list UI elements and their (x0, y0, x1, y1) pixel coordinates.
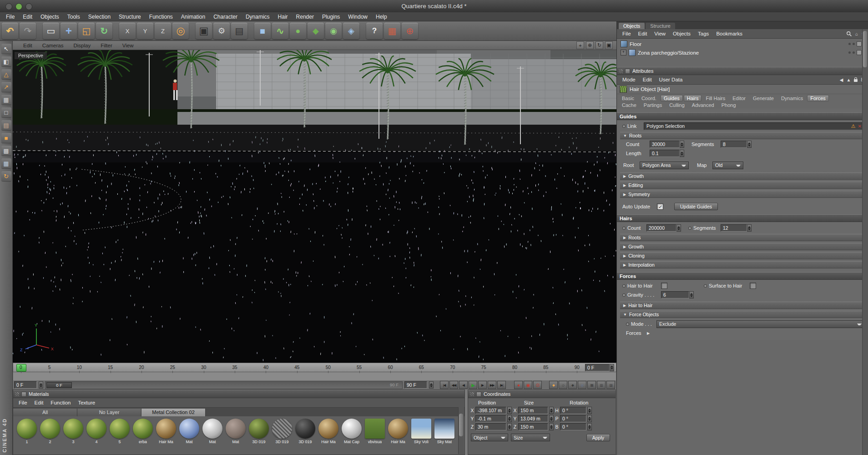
add-generator-icon[interactable]: ● (290, 23, 306, 39)
attribute-tab[interactable]: Phong (718, 102, 739, 108)
material-item[interactable]: 3D 019 (248, 419, 270, 455)
guide-map-dropdown[interactable]: Old (712, 162, 743, 169)
object-manager-menu-item[interactable]: Tags (694, 31, 712, 36)
viewport-menu-item[interactable]: Display (68, 43, 96, 48)
size-stepper[interactable] (549, 423, 554, 430)
rotation-field[interactable]: 0 ° (560, 415, 586, 422)
gravity-field[interactable]: 6 (661, 291, 689, 298)
attributes-header[interactable]: Attributes (617, 67, 868, 75)
guides-section-header[interactable]: Guides (617, 112, 868, 120)
zoom-view-icon[interactable]: ⊕ (586, 41, 594, 49)
object-manager-menu-item[interactable]: Bookmarks (712, 31, 746, 36)
hairs-interpolation-section-bar[interactable]: ▶ Interpolation (620, 261, 865, 268)
material-item[interactable]: 1 (16, 419, 38, 455)
size-field[interactable]: 150 m (518, 423, 548, 430)
materials-layer-tab[interactable]: Metal Collection 02 (141, 409, 206, 416)
lock-icon[interactable] (854, 79, 858, 82)
material-item[interactable]: 3 (62, 419, 84, 455)
toolbar-separator[interactable] (361, 23, 365, 39)
hair-segments-field[interactable]: 12 (721, 224, 747, 232)
menu-item[interactable]: Hair (274, 14, 292, 20)
rotation-field[interactable]: 0 ° (560, 423, 586, 430)
attribute-tab[interactable]: Guides (661, 95, 683, 101)
object-visibility-toggles[interactable] (848, 41, 862, 46)
materials-layer-tab[interactable]: All (13, 409, 77, 416)
object-label[interactable]: Zona parcheggio/Stazione (638, 50, 699, 56)
size-stepper[interactable] (549, 407, 554, 414)
viewport-label[interactable]: Perspective (15, 52, 47, 59)
menu-item[interactable]: Help (372, 14, 391, 20)
material-item[interactable]: 3D 019 (294, 419, 316, 455)
material-item[interactable]: Hair Ma (318, 419, 339, 455)
menu-item[interactable]: Structure (115, 14, 145, 20)
snap-settings-icon[interactable]: ▦ (1, 158, 11, 168)
scale-key-toggle[interactable]: ◇ (559, 381, 567, 389)
attribute-tab[interactable]: Fill Hairs (702, 95, 728, 101)
material-item[interactable]: Hair Ma (155, 419, 177, 455)
viewport-canvas[interactable] (13, 50, 616, 363)
attribute-tab[interactable]: Editor (729, 95, 749, 101)
hair-count-field[interactable]: 200000 (646, 224, 676, 232)
object-manager-menu-item[interactable]: View (651, 31, 669, 36)
attribute-tab[interactable]: Culling (666, 102, 688, 108)
menu-item[interactable]: Animation (177, 14, 209, 20)
current-frame-field[interactable]: 0 F (585, 364, 610, 371)
forces-section-header[interactable]: Forces (617, 272, 868, 280)
toolbar-separator[interactable] (249, 23, 253, 39)
keyframe-dot-icon[interactable] (622, 284, 626, 288)
materials-scrollbar[interactable] (458, 407, 464, 454)
gravity-stepper[interactable] (689, 291, 694, 298)
material-item[interactable]: Mat (225, 419, 247, 455)
keyframe-dot-icon[interactable] (622, 125, 626, 128)
add-deformer-icon[interactable]: ◈ (343, 23, 359, 39)
guides-growth-section-bar[interactable]: ▶ Growth (620, 172, 865, 180)
menu-item[interactable]: Character (209, 14, 242, 20)
menu-item[interactable]: Objects (36, 14, 63, 20)
keyframe-dot-icon[interactable] (622, 227, 626, 230)
camera-mode-icon[interactable]: ↖ (1, 44, 11, 54)
attributes-menu-item[interactable]: Mode (619, 77, 639, 82)
toggle-view-icon[interactable]: ▣ (605, 41, 613, 49)
materials-menu-item[interactable]: Texture (74, 400, 99, 405)
rotation-stepper[interactable] (587, 407, 592, 414)
zoom-button[interactable] (25, 3, 32, 10)
range-end-field[interactable]: 90 F (404, 381, 427, 389)
attributes-menu-item[interactable]: Edit (639, 77, 656, 82)
update-guides-button[interactable]: Update Guides (674, 203, 718, 210)
material-item[interactable]: 5 (109, 419, 131, 455)
history-up-icon[interactable]: ▲ (847, 77, 851, 82)
scene-browser-icon[interactable]: ⌂ (855, 31, 858, 36)
material-item[interactable]: 4 (86, 419, 107, 455)
viewport-menu-item[interactable]: Filter (96, 43, 117, 48)
menu-item[interactable]: File (2, 14, 19, 20)
polygons-mode-icon[interactable]: ▤ (1, 120, 11, 130)
menu-item[interactable]: Functions (145, 14, 177, 20)
force-objects-section-bar[interactable]: ▼ Force Objects (620, 311, 865, 318)
materials-menu-item[interactable]: File (15, 400, 31, 405)
hairs-growth-section-bar[interactable]: ▶ Growth (620, 243, 865, 250)
guide-root-dropdown[interactable]: Polygon Area (640, 162, 689, 169)
lock-x-axis-icon[interactable]: X (119, 23, 136, 39)
coordinate-object-dropdown[interactable]: Object (471, 434, 508, 441)
material-item[interactable]: erba (132, 419, 154, 455)
pan-view-icon[interactable]: + (576, 41, 584, 49)
attribute-tab[interactable]: Coord. (638, 95, 660, 101)
prev-frame-button[interactable]: ◀ (459, 381, 468, 389)
surface-to-hair-checkbox[interactable] (750, 283, 756, 289)
toolbar-separator[interactable] (114, 23, 118, 39)
guide-count-stepper[interactable] (680, 141, 684, 148)
material-item[interactable]: Hair Ma (387, 419, 409, 455)
rotation-field[interactable]: 0 ° (560, 407, 586, 414)
guides-symmetry-section-bar[interactable]: ▶ Symmetry (620, 191, 865, 198)
rotation-stepper[interactable] (587, 415, 592, 422)
render-settings-icon[interactable]: ⚙ (213, 23, 230, 39)
guide-length-field[interactable]: 0.1 (650, 150, 680, 157)
viewport-menu-item[interactable]: Edit (18, 43, 37, 48)
add-dynamics-icon[interactable]: ◉ (325, 23, 342, 39)
parameter-key-toggle[interactable]: ◇ (578, 381, 586, 389)
goto-end-button[interactable]: ▶| (497, 381, 506, 389)
material-item[interactable]: Mat Cap (341, 419, 363, 455)
material-item[interactable]: Mat (178, 419, 200, 455)
object-row-zona[interactable]: + Zona parcheggio/Stazione (617, 48, 868, 57)
toolbar-separator[interactable] (190, 23, 194, 39)
